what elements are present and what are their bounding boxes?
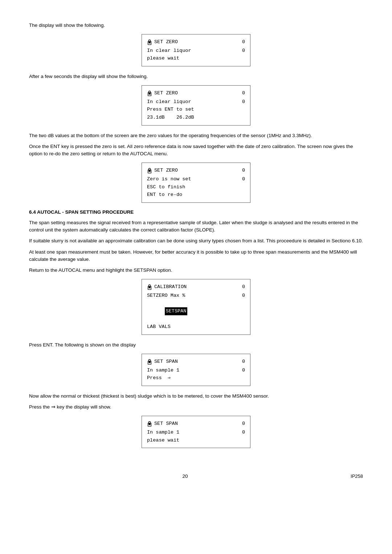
display4-line1-label: CALIBRATION [154,283,187,291]
display5-line2-right: 0 [242,366,245,374]
display1-line2: In clear liquor [147,47,191,55]
svg-rect-1 [148,42,150,43]
display6-line3: please wait [147,436,245,444]
display3-line1-label: SET ZERO [154,167,178,175]
display1-line2-right: 0 [242,47,245,55]
display2-line1-label: SET ZERO [154,89,178,97]
display3-line3: ESC to finish [147,183,245,191]
display1-line1-label: SET ZERO [154,38,178,46]
body-text-1: The two dB values at the bottom of the s… [29,132,363,139]
arrow-key-text: Press the ⇒ key the display will show. [29,403,363,411]
display4-line3: SETSPAN [147,299,245,323]
display4-line2: SETZERO Max % [147,292,185,300]
display4-line2-right: 0 [242,292,245,300]
display-box-1: SET ZERO 0 In clear liquor 0 please wait [142,34,250,66]
display6-line2: In sample 1 [147,428,179,436]
display5-line1-label: SET SPAN [154,358,178,366]
display4-line4: LAB VALS [147,323,245,331]
svg-rect-7 [148,287,150,288]
lock-icon-2 [147,90,152,96]
section-para4: Return to the AUTOCAL menu and highlight… [29,267,363,274]
page-content: The display will show the following. SET… [29,22,363,479]
display1-line3: please wait [147,56,179,61]
display5-line2: In sample 1 [147,366,179,374]
intro-text-1: The display will show the following. [29,22,363,29]
doc-ref: IP258 [341,473,363,479]
normal-sludge-text: Now allow the normal or thickest (thicke… [29,393,363,400]
display6-line1-label: SET SPAN [154,420,178,428]
display2-line3: Press ENT to set [147,106,245,114]
lock-icon-3 [147,168,152,173]
display4-line3-highlight: SETSPAN [165,307,188,315]
display-box-3: SET ZERO 0 Zero is now set 0 ESC to fini… [142,163,250,202]
svg-rect-3 [148,93,150,94]
body-text-2: Once the ENT key is pressed the zero is … [29,143,363,158]
section-heading: 6.4 AUTOCAL - SPAN SETTING PROCEDURE [29,209,363,215]
display2-line4: 23.1dB 26.2dB [147,114,245,122]
svg-rect-11 [148,423,150,425]
display-box-2: SET ZERO 0 In clear liquor 0 Press ENT t… [142,85,250,125]
display-box-4: CALIBRATION 0 SETZERO Max % 0 SETSPAN LA… [142,279,250,335]
display2-line2: In clear liquor [147,98,191,106]
section-para3: At least one span measurement must be ta… [29,249,363,263]
display2-line1-right: 0 [242,89,245,97]
display6-line2-right: 0 [242,428,245,436]
display4-line1-right: 0 [242,283,245,291]
display3-line2-right: 0 [242,175,245,183]
lock-icon-5 [147,359,152,365]
display1-line1-right: 0 [242,38,245,46]
display3-line2: Zero is now set [147,175,191,183]
display-box-6: SET SPAN 0 In sample 1 0 please wait [142,416,250,448]
section-para2: If suitable slurry is not available an a… [29,237,363,245]
svg-rect-5 [148,170,150,172]
section-para1: The span setting measures the signal rec… [29,219,363,234]
intro-text-2: After a few seconds the display will sho… [29,73,363,80]
page-number: 20 [29,473,341,479]
display2-line2-right: 0 [242,98,245,106]
svg-rect-9 [148,361,150,363]
display-box-5: SET SPAN 0 In sample 1 0 Press ⇒ [142,354,250,386]
display3-line1-right: 0 [242,167,245,175]
lock-icon-4 [147,284,152,290]
press-ent-text: Press ENT. The following is shown on the… [29,341,363,349]
display5-line1-right: 0 [242,358,245,366]
display5-line3: Press ⇒ [147,374,245,382]
display6-line1-right: 0 [242,420,245,428]
lock-icon-1 [147,39,152,45]
display3-line4: ENT to re-do [147,191,245,199]
lock-icon-6 [147,421,152,427]
